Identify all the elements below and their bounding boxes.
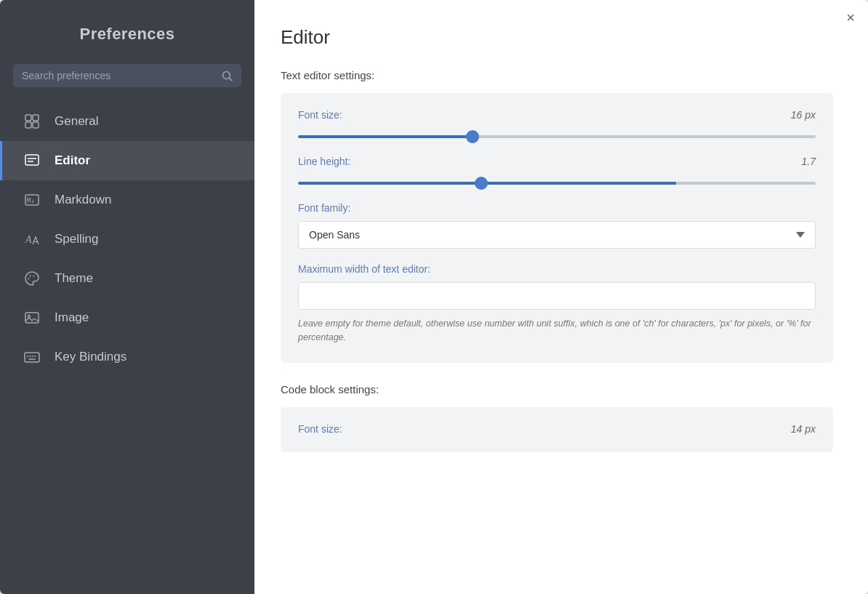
edit-icon — [23, 151, 41, 170]
sidebar-item-label-image: Image — [55, 310, 89, 325]
svg-line-1 — [230, 78, 233, 81]
svg-rect-3 — [33, 115, 39, 121]
sidebar-item-label-markdown: Markdown — [55, 193, 111, 207]
search-icon — [222, 71, 233, 81]
text-editor-section-title: Text editor settings: — [281, 69, 833, 81]
line-height-slider[interactable] — [298, 182, 816, 185]
max-width-input[interactable] — [298, 282, 816, 310]
line-height-label: Line height: — [298, 156, 350, 167]
spelling-icon: A — [23, 230, 41, 249]
font-family-label: Font family: — [298, 202, 350, 214]
image-icon — [23, 308, 41, 327]
markdown-icon: M↓ — [23, 190, 41, 209]
font-family-setting: Font family: Open Sans Arial Roboto Cour… — [298, 202, 816, 249]
preferences-dialog: Preferences — [0, 0, 868, 594]
line-height-setting: Line height: 1.7 — [298, 156, 816, 188]
font-size-slider-wrap — [298, 128, 816, 141]
sidebar-item-theme[interactable]: Theme — [0, 259, 254, 298]
font-size-label: Font size: — [298, 109, 342, 121]
keyboard-icon — [23, 348, 41, 366]
grid-icon — [23, 112, 41, 131]
sidebar-item-general[interactable]: General — [0, 102, 254, 141]
sidebar-title: Preferences — [0, 0, 254, 64]
svg-rect-6 — [25, 155, 39, 165]
svg-rect-5 — [33, 122, 39, 128]
page-title: Editor — [281, 26, 833, 49]
svg-point-13 — [28, 278, 30, 280]
max-width-setting: Maximum width of text editor: Leave empt… — [298, 263, 816, 345]
svg-point-17 — [28, 316, 31, 318]
text-editor-settings-card: Font size: 16 px Line height: 1.7 — [281, 93, 833, 363]
svg-point-14 — [30, 276, 31, 277]
svg-rect-2 — [25, 115, 31, 121]
svg-rect-18 — [25, 353, 39, 362]
sidebar-item-keybindings[interactable]: Key Bindings — [0, 337, 254, 377]
code-block-settings-card: Font size: 14 px — [281, 407, 833, 452]
line-height-slider-wrap — [298, 174, 816, 188]
sidebar-item-editor[interactable]: Editor — [0, 141, 254, 180]
code-font-size-label: Font size: — [298, 423, 342, 435]
max-width-label: Maximum width of text editor: — [298, 263, 430, 275]
nav-items: General Editor M↓ — [0, 102, 254, 377]
sidebar-item-markdown[interactable]: M↓ Markdown — [0, 180, 254, 220]
sidebar-item-label-theme: Theme — [55, 271, 93, 286]
sidebar-item-label-editor: Editor — [55, 153, 90, 168]
code-font-size-setting: Font size: 14 px — [298, 423, 816, 435]
font-family-select[interactable]: Open Sans Arial Roboto Courier New Monac… — [298, 221, 816, 249]
sidebar-item-image[interactable]: Image — [0, 298, 254, 337]
search-bar — [13, 64, 241, 87]
sidebar-item-label-keybindings: Key Bindings — [55, 350, 126, 364]
font-size-slider[interactable] — [298, 135, 816, 138]
svg-text:M↓: M↓ — [27, 197, 35, 204]
svg-rect-4 — [25, 122, 31, 128]
theme-icon — [23, 269, 41, 288]
svg-text:A: A — [25, 234, 32, 245]
sidebar-item-label-spelling: Spelling — [55, 232, 99, 246]
font-size-value: 16 px — [791, 109, 816, 121]
search-input[interactable] — [22, 70, 216, 81]
close-button[interactable]: × — [846, 10, 855, 25]
font-size-setting: Font size: 16 px — [298, 109, 816, 141]
code-font-size-value: 14 px — [791, 423, 816, 435]
svg-point-15 — [33, 276, 35, 277]
sidebar-item-label-general: General — [55, 114, 98, 129]
main-panel: × Editor Text editor settings: Font size… — [254, 0, 868, 594]
sidebar: Preferences — [0, 0, 254, 594]
max-width-hint: Leave empty for theme default, otherwise… — [298, 317, 816, 345]
line-height-value: 1.7 — [802, 156, 816, 167]
sidebar-item-spelling[interactable]: A Spelling — [0, 220, 254, 259]
main-content: Editor Text editor settings: Font size: … — [254, 0, 868, 594]
code-block-section-title: Code block settings: — [281, 383, 833, 396]
